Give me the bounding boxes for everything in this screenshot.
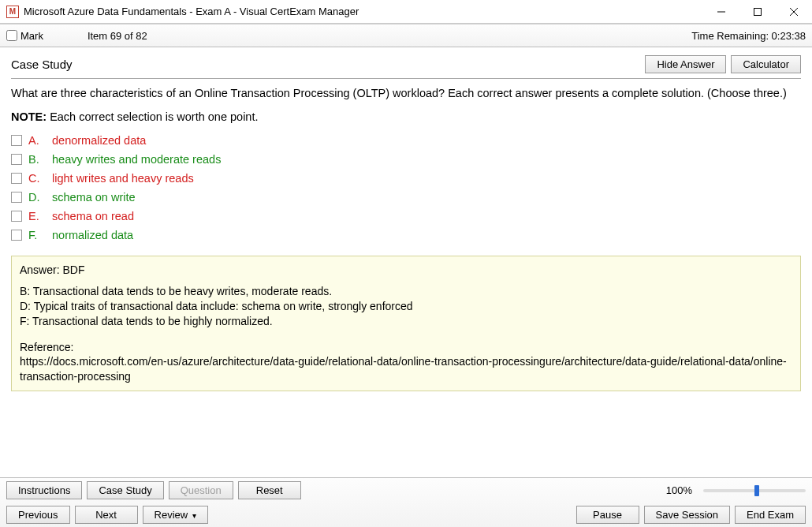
reset-button[interactable]: Reset [238,481,301,499]
zoom-thumb[interactable] [754,485,759,496]
option-letter: F. [28,229,46,241]
option-text: schema on read [52,210,134,222]
option-text: heavy writes and moderate reads [52,153,221,166]
window-controls [703,0,812,23]
answer-line: F: Transactional data tends to be highly… [20,314,792,329]
option-checkbox[interactable] [11,173,22,184]
options-list: A.denormalized dataB.heavy writes and mo… [11,134,801,241]
answer-line: B: Transactional data tends to be heavy … [20,284,792,299]
section-header: Case Study Hide Answer Calculator [11,55,801,79]
titlebar: M Microsoft Azure Data Fundamentals - Ex… [0,0,812,24]
option-checkbox[interactable] [11,154,22,165]
mark-checkbox-input[interactable] [6,30,17,41]
footer: Instructions Case Study Question Reset 1… [0,477,812,527]
toolbar: Mark Item 69 of 82 Time Remaining: 0:23:… [0,24,812,47]
question-button: Question [169,481,233,499]
question-text: What are three characteristics of an Onl… [11,87,801,99]
section-title: Case Study [11,58,73,71]
option-letter: A. [28,134,46,147]
time-remaining: Time Remaining: 0:23:38 [691,30,806,42]
maximize-button[interactable] [739,0,776,23]
svg-rect-1 [754,8,762,15]
close-button[interactable] [776,0,812,23]
answer-heading: Answer: BDF [20,263,792,278]
option-letter: D. [28,191,46,204]
option-row[interactable]: C.light writes and heavy reads [11,172,801,185]
app-icon: M [6,6,19,18]
mark-checkbox[interactable]: Mark [6,30,43,42]
review-button[interactable]: Review [143,506,209,524]
window-title: Microsoft Azure Data Fundamentals - Exam… [24,6,703,17]
calculator-button[interactable]: Calculator [731,55,801,73]
answer-box: Answer: BDF B: Transactional data tends … [11,256,801,391]
option-text: denormalized data [52,134,146,147]
answer-line: D: Typical traits of transactional data … [20,299,792,314]
minimize-button[interactable] [703,0,739,23]
instructions-button[interactable]: Instructions [6,481,82,499]
option-row[interactable]: B.heavy writes and moderate reads [11,153,801,166]
note-label: NOTE: [11,110,47,123]
reference-url: https://docs.microsoft.com/en-us/azure/a… [20,354,792,384]
reference-label: Reference: [20,340,792,355]
option-letter: E. [28,210,46,222]
option-letter: C. [28,172,46,185]
zoom-slider[interactable] [703,489,806,492]
option-text: normalized data [52,229,133,241]
pause-button[interactable]: Pause [576,506,639,524]
previous-button[interactable]: Previous [6,506,70,524]
option-checkbox[interactable] [11,230,22,241]
option-checkbox[interactable] [11,135,22,146]
option-row[interactable]: D.schema on write [11,191,801,204]
mark-label: Mark [20,30,43,42]
next-button[interactable]: Next [75,506,138,524]
option-text: schema on write [52,191,136,204]
zoom-label: 100% [666,484,692,496]
case-study-button[interactable]: Case Study [87,481,163,499]
content-area: Case Study Hide Answer Calculator What a… [0,47,812,477]
question-note: NOTE: Each correct selection is worth on… [11,110,801,123]
option-text: light writes and heavy reads [52,172,194,185]
end-exam-button[interactable]: End Exam [735,506,806,524]
option-row[interactable]: E.schema on read [11,210,801,222]
hide-answer-button[interactable]: Hide Answer [645,55,726,73]
save-session-button[interactable]: Save Session [644,506,731,524]
note-text: Each correct selection is worth one poin… [47,110,258,123]
option-checkbox[interactable] [11,192,22,203]
option-checkbox[interactable] [11,211,22,222]
option-row[interactable]: F.normalized data [11,229,801,241]
option-row[interactable]: A.denormalized data [11,134,801,147]
item-count: Item 69 of 82 [88,30,147,42]
option-letter: B. [28,153,46,166]
